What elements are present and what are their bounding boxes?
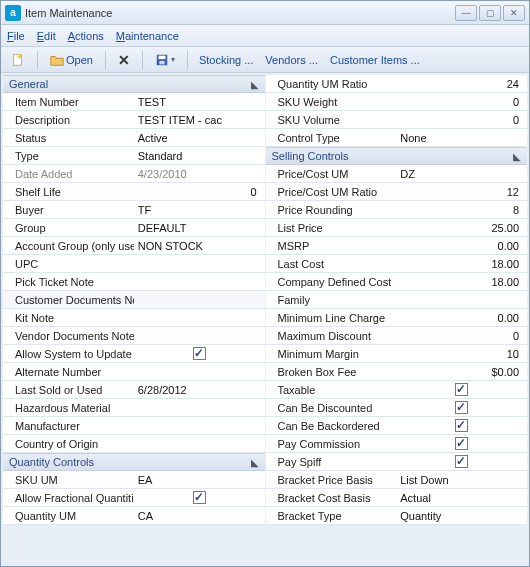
label-msrp: MSRP bbox=[266, 240, 397, 252]
label-buyer: Buyer bbox=[3, 204, 134, 216]
label-description: Description bbox=[3, 114, 134, 126]
customer-items-link[interactable]: Customer Items ... bbox=[327, 54, 423, 66]
value-last-cost[interactable]: 18.00 bbox=[396, 258, 527, 270]
label-quantity-um: Quantity UM bbox=[3, 510, 134, 522]
label-min-line-charge: Minimum Line Charge bbox=[266, 312, 397, 324]
label-taxable: Taxable bbox=[266, 384, 397, 396]
label-bracket-price-basis: Bracket Price Basis bbox=[266, 474, 397, 486]
title-bar: a Item Maintenance — ▢ ✕ bbox=[1, 1, 529, 25]
label-price-cost-um-ratio: Price/Cost UM Ratio bbox=[266, 186, 397, 198]
value-quantity-um[interactable]: CA bbox=[134, 510, 265, 522]
vendors-link[interactable]: Vendors ... bbox=[262, 54, 321, 66]
app-icon: a bbox=[5, 5, 21, 21]
value-min-line-charge[interactable]: 0.00 bbox=[396, 312, 527, 324]
label-shelf-life: Shelf Life bbox=[3, 186, 134, 198]
value-price-cost-um-ratio[interactable]: 12 bbox=[396, 186, 527, 198]
label-hazmat: Hazardous Material bbox=[3, 402, 134, 414]
label-upc: UPC bbox=[3, 258, 134, 270]
minimize-button[interactable]: — bbox=[455, 5, 477, 21]
value-description[interactable]: TEST ITEM - cac bbox=[134, 114, 265, 126]
value-last-sold[interactable]: 6/28/2012 bbox=[134, 384, 265, 396]
label-max-discount: Maximum Discount bbox=[266, 330, 397, 342]
value-shelf-life[interactable]: 0 bbox=[134, 186, 265, 198]
right-column: Quantity UM Ratio24 SKU Weight0 SKU Volu… bbox=[266, 75, 528, 564]
value-status[interactable]: Active bbox=[134, 132, 265, 144]
value-allow-fractional[interactable] bbox=[134, 491, 265, 505]
label-family: Family bbox=[266, 294, 397, 306]
open-button[interactable]: Open bbox=[46, 50, 97, 70]
value-bracket-cost-basis[interactable]: Actual bbox=[396, 492, 527, 504]
label-bracket-type: Bracket Type bbox=[266, 510, 397, 522]
value-buyer[interactable]: TF bbox=[134, 204, 265, 216]
menu-edit[interactable]: Edit bbox=[37, 30, 56, 42]
new-button[interactable] bbox=[7, 50, 29, 70]
checkbox-icon[interactable] bbox=[193, 491, 206, 504]
value-type[interactable]: Standard bbox=[134, 150, 265, 162]
value-msrp[interactable]: 0.00 bbox=[396, 240, 527, 252]
label-vendor-docs-note: Vendor Documents Note bbox=[3, 330, 134, 342]
value-pay-spiff[interactable] bbox=[396, 455, 527, 469]
section-selling-label: Selling Controls bbox=[272, 150, 349, 162]
folder-open-icon bbox=[50, 53, 64, 67]
menu-maintenance[interactable]: Maintenance bbox=[116, 30, 179, 42]
section-quantity-controls[interactable]: Quantity Controls ◣ bbox=[3, 453, 265, 471]
label-account-group: Account Group (only used bbox=[3, 240, 134, 252]
value-pay-commission[interactable] bbox=[396, 437, 527, 451]
window-title: Item Maintenance bbox=[25, 7, 455, 19]
checkbox-icon[interactable] bbox=[455, 383, 468, 396]
label-sku-weight: SKU Weight bbox=[266, 96, 397, 108]
value-sku-um[interactable]: EA bbox=[134, 474, 265, 486]
checkbox-icon[interactable] bbox=[455, 455, 468, 468]
label-sku-um: SKU UM bbox=[3, 474, 134, 486]
save-button[interactable]: ▾ bbox=[151, 50, 179, 70]
left-column: General ◣ Item NumberTEST DescriptionTES… bbox=[3, 75, 265, 564]
value-qty-um-ratio[interactable]: 24 bbox=[396, 78, 527, 90]
checkbox-icon[interactable] bbox=[455, 401, 468, 414]
value-can-be-backordered[interactable] bbox=[396, 419, 527, 433]
label-item-number: Item Number bbox=[3, 96, 134, 108]
label-alternate-number: Alternate Number bbox=[3, 366, 134, 378]
section-general[interactable]: General ◣ bbox=[3, 75, 265, 93]
menu-file[interactable]: File bbox=[7, 30, 25, 42]
checkbox-icon[interactable] bbox=[455, 419, 468, 432]
label-company-cost: Company Defined Cost bbox=[266, 276, 397, 288]
save-icon bbox=[155, 53, 169, 67]
maximize-button[interactable]: ▢ bbox=[479, 5, 501, 21]
value-price-cost-um[interactable]: DZ bbox=[396, 168, 527, 180]
label-country-origin: Country of Origin bbox=[3, 438, 134, 450]
value-min-margin[interactable]: 10 bbox=[396, 348, 527, 360]
label-last-cost: Last Cost bbox=[266, 258, 397, 270]
value-sku-weight[interactable]: 0 bbox=[396, 96, 527, 108]
label-group: Group bbox=[3, 222, 134, 234]
value-bracket-type[interactable]: Quantity bbox=[396, 510, 527, 522]
value-date-added: 4/23/2010 bbox=[134, 168, 265, 180]
value-item-number[interactable]: TEST bbox=[134, 96, 265, 108]
value-taxable[interactable] bbox=[396, 383, 527, 397]
flag-icon: ◣ bbox=[251, 457, 259, 468]
label-price-cost-um: Price/Cost UM bbox=[266, 168, 397, 180]
value-sku-volume[interactable]: 0 bbox=[396, 114, 527, 126]
value-max-discount[interactable]: 0 bbox=[396, 330, 527, 342]
value-allow-update-l[interactable] bbox=[134, 347, 265, 361]
value-control-type[interactable]: None bbox=[396, 132, 527, 144]
checkbox-icon[interactable] bbox=[455, 437, 468, 450]
close-button[interactable]: ✕ bbox=[503, 5, 525, 21]
value-account-group[interactable]: NON STOCK bbox=[134, 240, 265, 252]
section-selling-controls[interactable]: Selling Controls ◣ bbox=[266, 147, 528, 165]
value-bracket-price-basis[interactable]: List Down bbox=[396, 474, 527, 486]
value-price-rounding[interactable]: 8 bbox=[396, 204, 527, 216]
x-icon: ✕ bbox=[118, 52, 130, 68]
value-broken-box-fee[interactable]: $0.00 bbox=[396, 366, 527, 378]
delete-button[interactable]: ✕ bbox=[114, 50, 134, 70]
label-bracket-cost-basis: Bracket Cost Basis bbox=[266, 492, 397, 504]
stocking-link[interactable]: Stocking ... bbox=[196, 54, 256, 66]
value-list-price[interactable]: 25.00 bbox=[396, 222, 527, 234]
menu-actions[interactable]: Actions bbox=[68, 30, 104, 42]
checkbox-icon[interactable] bbox=[193, 347, 206, 360]
label-allow-update-l: Allow System to Update L bbox=[3, 348, 134, 360]
label-manufacturer: Manufacturer bbox=[3, 420, 134, 432]
label-pick-ticket-note: Pick Ticket Note bbox=[3, 276, 134, 288]
value-can-be-discounted[interactable] bbox=[396, 401, 527, 415]
value-group[interactable]: DEFAULT bbox=[134, 222, 265, 234]
value-company-cost[interactable]: 18.00 bbox=[396, 276, 527, 288]
